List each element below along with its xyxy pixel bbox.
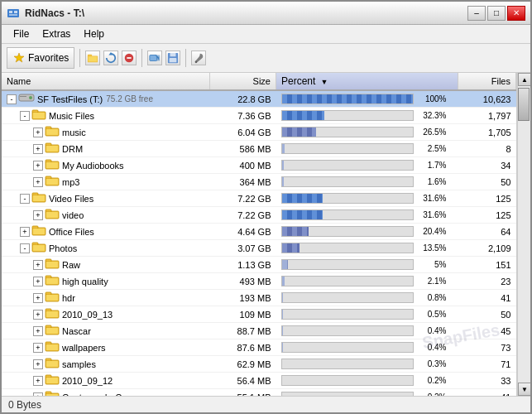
table-row[interactable]: - SF TestFiles (T:)75.2 GB free22.8 GB 1… [2, 90, 516, 108]
svg-rect-67 [46, 359, 51, 361]
expander[interactable]: + [33, 343, 43, 353]
table-row[interactable]: + hdr193 MB 0.8% 41 [2, 290, 516, 306]
svg-rect-35 [46, 179, 58, 185]
files-cell: 23 [458, 273, 516, 290]
wrench-icon [193, 52, 204, 64]
files-cell: 50 [458, 306, 516, 323]
table-row[interactable]: - Video Files7.22 GB 31.6% 125 [2, 190, 516, 207]
expander[interactable]: + [33, 128, 43, 137]
expander[interactable]: + [33, 326, 43, 336]
folder-icon [45, 390, 60, 396]
table-row[interactable]: - Photos3.07 GB 13.5% 2,109 [2, 240, 516, 257]
table-row[interactable]: + video7.22 GB 31.6% 125 [2, 207, 516, 224]
svg-rect-52 [46, 276, 51, 278]
scroll-thumb[interactable] [518, 88, 530, 121]
name-cell: - Video Files [2, 190, 210, 207]
folder-icon [45, 274, 60, 288]
percent-cell: 0.4% [276, 323, 458, 339]
folder-icon [45, 373, 60, 388]
row-name: DRM [62, 144, 83, 154]
menu-help[interactable]: Help [77, 26, 111, 41]
files-cell: 2,109 [458, 240, 516, 257]
nav-back-button[interactable] [147, 51, 162, 65]
col-size[interactable]: Size [210, 73, 276, 90]
minimize-button[interactable]: – [467, 6, 486, 21]
table-row[interactable]: + Office Files4.64 GB 20.4% 64 [2, 224, 516, 240]
svg-rect-22 [32, 110, 38, 113]
table-row[interactable]: + 2010_09_13109 MB 0.5% 50 [2, 306, 516, 323]
svg-rect-15 [170, 53, 176, 56]
size-cell: 109 MB [210, 306, 276, 323]
row-name: Video Files [49, 194, 93, 204]
expander[interactable]: + [33, 310, 43, 320]
svg-rect-59 [46, 311, 58, 317]
row-name: high quality [62, 277, 108, 286]
scroll-track[interactable] [518, 86, 530, 383]
expander[interactable]: + [33, 376, 43, 386]
percent-cell: 0.2% [276, 373, 458, 389]
menu-file[interactable]: File [7, 26, 36, 41]
table-row[interactable]: + Raw1.13 GB 5% 151 [2, 257, 516, 273]
expander[interactable]: + [33, 210, 43, 220]
title-buttons: – □ ✕ [467, 6, 525, 21]
expander[interactable]: + [33, 392, 43, 397]
expander[interactable]: + [33, 177, 43, 187]
size-cell: 7.22 GB [210, 207, 276, 224]
table-row[interactable]: + My Audiobooks400 MB 1.7% 34 [2, 157, 516, 174]
table-row[interactable]: + DRM586 MB 2.5% 8 [2, 141, 516, 157]
svg-rect-20 [20, 96, 26, 97]
expander[interactable]: + [33, 293, 43, 303]
folder-icon [45, 307, 60, 321]
svg-rect-16 [170, 58, 177, 62]
stop-button[interactable] [122, 51, 137, 65]
files-cell: 41 [458, 290, 516, 306]
main-area: Name Size Percent ▼ Files - SF TestFiles… [2, 73, 530, 396]
table-row[interactable]: - Music Files7.36 GB 32.3% 1,797 [2, 108, 516, 124]
expander[interactable]: + [33, 277, 43, 286]
close-button[interactable]: ✕ [507, 6, 525, 21]
scroll-down-button[interactable]: ▼ [518, 383, 530, 396]
table-row[interactable]: + samples62.9 MB 0.3% 71 [2, 356, 516, 373]
folder-icon [45, 258, 60, 272]
table-row[interactable]: + high quality493 MB 2.1% 23 [2, 273, 516, 290]
svg-rect-73 [46, 392, 51, 394]
table-row[interactable]: + 2010_09_1256.4 MB 0.2% 33 [2, 373, 516, 389]
table-row[interactable]: + wallpapers87.6 MB 0.4% 73 [2, 339, 516, 356]
scroll-up-button[interactable]: ▲ [518, 73, 530, 86]
save-button[interactable] [165, 51, 180, 65]
col-name[interactable]: Name [2, 73, 210, 90]
row-name: Office Files [49, 227, 94, 237]
size-cell: 62.9 MB [210, 356, 276, 373]
folder-icon [31, 108, 46, 123]
expander[interactable]: - [20, 243, 30, 253]
col-files[interactable]: Files [458, 73, 516, 90]
open-folder-button[interactable] [85, 51, 100, 65]
expander[interactable]: + [33, 359, 43, 369]
table-row[interactable]: + Nascar88.7 MB 0.4% 45 [2, 323, 516, 339]
menu-extras[interactable]: Extras [36, 26, 77, 41]
expander[interactable]: + [33, 161, 43, 171]
folder-icon [45, 142, 60, 156]
app-icon [7, 7, 20, 20]
percent-cell: 2.1% [276, 273, 458, 290]
expander[interactable]: + [33, 144, 43, 154]
expander[interactable]: + [33, 260, 43, 270]
expander[interactable]: - [20, 194, 30, 204]
refresh-button[interactable] [103, 51, 118, 65]
maximize-button[interactable]: □ [487, 6, 506, 21]
expander[interactable]: + [20, 227, 30, 237]
col-percent[interactable]: Percent ▼ [276, 73, 458, 90]
favorites-button[interactable]: Favorites [7, 47, 74, 69]
svg-rect-68 [46, 361, 58, 367]
table-row[interactable]: + Geotagged - Copy55.1 MB 0.2% 41 [2, 389, 516, 397]
name-cell: - Photos [2, 240, 210, 257]
table-row[interactable]: + mp3364 MB 1.6% 50 [2, 174, 516, 190]
table-row[interactable]: + music6.04 GB 26.5% 1,705 [2, 124, 516, 141]
settings-button[interactable] [191, 51, 206, 65]
scrollbar-vertical[interactable]: ▲ ▼ [517, 73, 530, 396]
expander[interactable]: - [7, 94, 17, 104]
folder-icon [31, 224, 46, 238]
expander[interactable]: - [20, 111, 30, 121]
percent-cell: 2.5% [276, 141, 458, 157]
tree-area[interactable]: Name Size Percent ▼ Files - SF TestFiles… [2, 73, 517, 396]
